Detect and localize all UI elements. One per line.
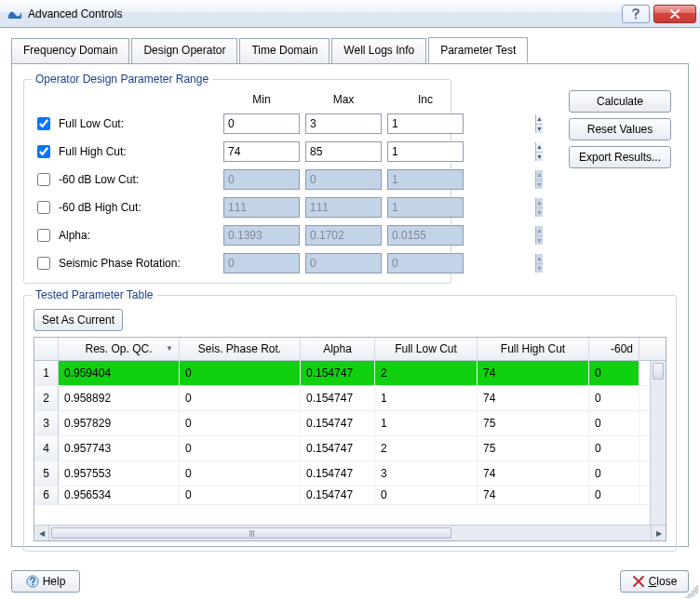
export-results-button[interactable]: Export Results... xyxy=(569,146,671,168)
spin-full-low-cut-max[interactable]: ▲▼ xyxy=(305,113,382,134)
cell-seis-phase-rot: 0 xyxy=(180,487,301,504)
tab-frequency-domain[interactable]: Frequency Domain xyxy=(11,38,129,64)
group-tested-parameter-table: Tested Parameter Table Set As Current Re… xyxy=(23,295,677,552)
tab-parameter-test[interactable]: Parameter Test xyxy=(428,37,528,63)
help-icon xyxy=(26,575,39,588)
col-header-inc: Inc xyxy=(387,93,464,106)
cell-full-high-cut: 75 xyxy=(478,436,589,460)
table-row[interactable]: 3 0.957829 0 0.154747 1 75 0 xyxy=(34,411,650,436)
spin-input[interactable] xyxy=(388,142,535,161)
help-button-label: Help xyxy=(43,575,66,588)
tested-parameter-table: Res. Op. QC.▼ Seis. Phase Rot. Alpha Ful… xyxy=(34,337,666,541)
row-number: 6 xyxy=(34,487,59,504)
spin-full-low-cut-inc[interactable]: ▲▼ xyxy=(387,113,464,134)
dialog-footer: Help Close xyxy=(11,563,689,593)
spin-60db-high-cut-min: ▲▼ xyxy=(223,197,300,218)
cell-res-op-qc: 0.956534 xyxy=(59,487,180,504)
cell-alpha: 0.154747 xyxy=(301,361,375,385)
horizontal-scrollbar[interactable]: ◀ ▶ xyxy=(34,525,666,540)
checkbox-seismic-phase-rotation[interactable] xyxy=(37,257,50,270)
cell-seis-phase-rot: 0 xyxy=(180,461,301,486)
spin-arrows[interactable]: ▲▼ xyxy=(535,142,543,161)
scroll-left-arrow-icon[interactable]: ◀ xyxy=(34,526,49,540)
cell-minus-60db: 0 xyxy=(589,436,639,460)
group-legend: Tested Parameter Table xyxy=(32,288,157,301)
up-arrow-icon: ▲ xyxy=(536,226,543,235)
row-number: 3 xyxy=(34,411,59,435)
spin-60db-high-cut-max: ▲▼ xyxy=(305,197,382,218)
cell-full-high-cut: 75 xyxy=(478,411,589,435)
reset-values-button[interactable]: Reset Values xyxy=(569,118,671,140)
window-help-button[interactable] xyxy=(622,5,650,23)
cell-res-op-qc: 0.958892 xyxy=(59,386,180,410)
cell-res-op-qc: 0.957829 xyxy=(59,411,180,435)
down-arrow-icon[interactable]: ▼ xyxy=(536,124,543,134)
close-button[interactable]: Close xyxy=(620,570,689,593)
col-header-alpha[interactable]: Alpha xyxy=(301,338,375,360)
checkbox-alpha[interactable] xyxy=(37,229,50,242)
down-arrow-icon[interactable]: ▼ xyxy=(536,152,543,162)
window-close-button[interactable] xyxy=(653,5,696,23)
spin-full-high-cut-min[interactable]: ▲▼ xyxy=(223,141,300,162)
spin-input[interactable] xyxy=(388,114,535,133)
up-arrow-icon[interactable]: ▲ xyxy=(536,142,543,152)
group-operator-design-parameter-range: Operator Design Parameter Range Min Max … xyxy=(23,79,451,284)
table-row[interactable]: 1 0.959404 0 0.154747 2 74 0 xyxy=(34,361,650,386)
up-arrow-icon: ▲ xyxy=(536,254,543,263)
calculate-button[interactable]: Calculate xyxy=(569,90,671,113)
help-button[interactable]: Help xyxy=(11,570,80,593)
spin-alpha-inc: ▲▼ xyxy=(387,225,464,246)
resize-grip[interactable] xyxy=(685,585,698,598)
table-body: 1 0.959404 0 0.154747 2 74 0 2 0.958892 xyxy=(34,361,650,525)
param-grid: Min Max Inc Full Low Cut: ▲▼ ▲▼ ▲▼ Full … xyxy=(34,93,441,273)
scroll-right-arrow-icon[interactable]: ▶ xyxy=(651,526,666,540)
cell-minus-60db: 0 xyxy=(589,487,639,504)
cell-minus-60db: 0 xyxy=(589,461,639,486)
col-header-minus-60db[interactable]: -60d xyxy=(589,338,639,360)
cell-alpha: 0.154747 xyxy=(301,386,375,410)
col-header-full-high-cut[interactable]: Full High Cut xyxy=(478,338,589,360)
row-number: 1 xyxy=(34,361,59,385)
checkbox-60db-high-cut[interactable] xyxy=(37,201,50,214)
table-row[interactable]: 4 0.957743 0 0.154747 2 75 0 xyxy=(34,436,650,461)
spin-60db-low-cut-inc: ▲▼ xyxy=(387,169,464,190)
col-header-max: Max xyxy=(305,93,382,106)
spin-full-high-cut-inc[interactable]: ▲▼ xyxy=(387,141,464,162)
cell-alpha: 0.154747 xyxy=(301,411,375,435)
vertical-scrollbar[interactable] xyxy=(650,361,666,525)
spin-arrows[interactable]: ▲▼ xyxy=(535,114,543,133)
col-header-full-low-cut[interactable]: Full Low Cut xyxy=(375,338,478,360)
close-icon xyxy=(632,575,645,588)
col-header-res-op-qc[interactable]: Res. Op. QC.▼ xyxy=(59,338,180,360)
spin-full-low-cut-min[interactable]: ▲▼ xyxy=(223,113,300,134)
table-row[interactable]: 2 0.958892 0 0.154747 1 74 0 xyxy=(34,386,650,411)
table-row[interactable]: 5 0.957553 0 0.154747 3 74 0 xyxy=(34,461,650,487)
param-60db-low-cut: -60 dB Low Cut: xyxy=(34,170,218,189)
set-as-current-button[interactable]: Set As Current xyxy=(34,309,123,331)
tab-well-logs-info[interactable]: Well Logs Info xyxy=(331,38,426,64)
table-row[interactable]: 6 0.956534 0 0.154747 0 74 0 xyxy=(34,487,650,505)
tab-design-operator[interactable]: Design Operator xyxy=(131,38,237,64)
cell-full-low-cut: 0 xyxy=(375,487,478,504)
checkbox-60db-low-cut[interactable] xyxy=(37,173,50,186)
checkbox-full-high-cut[interactable] xyxy=(37,145,50,158)
cell-full-low-cut: 3 xyxy=(375,461,478,486)
scrollbar-thumb[interactable] xyxy=(51,527,451,539)
up-arrow-icon: ▲ xyxy=(536,170,543,180)
spin-input xyxy=(388,226,535,245)
spin-full-high-cut-max[interactable]: ▲▼ xyxy=(305,141,382,162)
param-label-text: -60 dB Low Cut: xyxy=(59,173,139,186)
spin-alpha-min: ▲▼ xyxy=(223,225,300,246)
down-arrow-icon: ▼ xyxy=(536,235,543,246)
tab-time-domain[interactable]: Time Domain xyxy=(239,38,330,64)
cell-seis-phase-rot: 0 xyxy=(180,386,301,410)
row-number: 5 xyxy=(34,461,59,486)
param-label-text: Alpha: xyxy=(59,229,90,242)
scrollbar-thumb[interactable] xyxy=(653,363,664,380)
spin-arrows: ▲▼ xyxy=(535,170,543,189)
tabs: Frequency Domain Design Operator Time Do… xyxy=(11,37,689,547)
checkbox-full-low-cut[interactable] xyxy=(37,117,50,130)
col-header-seis-phase-rot[interactable]: Seis. Phase Rot. xyxy=(180,338,301,360)
spin-seismic-phase-rotation-max: ▲▼ xyxy=(305,253,382,273)
up-arrow-icon[interactable]: ▲ xyxy=(536,114,543,124)
